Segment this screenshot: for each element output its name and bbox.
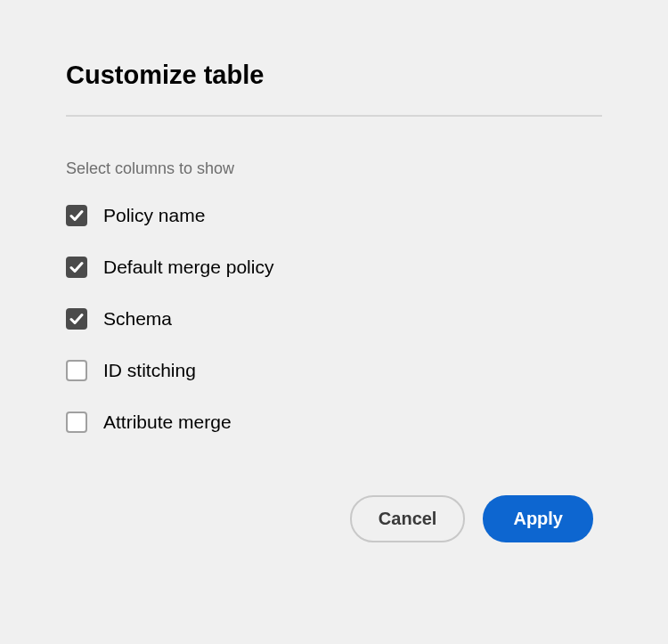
option-policy-name[interactable]: Policy name [66, 205, 602, 226]
checkbox-policy-name[interactable] [66, 205, 87, 226]
apply-button[interactable]: Apply [483, 495, 593, 542]
option-default-merge-policy[interactable]: Default merge policy [66, 257, 602, 278]
checkbox-default-merge-policy[interactable] [66, 257, 87, 278]
divider [66, 115, 602, 117]
dialog-footer: Cancel Apply [66, 495, 602, 542]
checkbox-schema[interactable] [66, 308, 87, 330]
checkmark-icon [69, 260, 84, 274]
dialog-title: Customize table [66, 61, 602, 90]
option-label: Attribute merge [103, 412, 232, 433]
cancel-button[interactable]: Cancel [350, 495, 466, 542]
checkbox-attribute-merge[interactable] [66, 412, 87, 433]
options-list: Policy name Default merge policy Schema … [66, 205, 602, 433]
option-label: Schema [103, 308, 172, 330]
checkmark-icon [69, 312, 84, 326]
option-label: ID stitching [103, 360, 196, 381]
option-label: Default merge policy [103, 257, 273, 278]
dialog-subtitle: Select columns to show [66, 159, 602, 178]
option-label: Policy name [103, 205, 205, 226]
checkmark-icon [69, 208, 84, 223]
checkbox-id-stitching[interactable] [66, 360, 87, 381]
option-schema[interactable]: Schema [66, 308, 602, 330]
option-attribute-merge[interactable]: Attribute merge [66, 412, 602, 433]
customize-table-dialog: Customize table Select columns to show P… [66, 61, 602, 542]
option-id-stitching[interactable]: ID stitching [66, 360, 602, 381]
